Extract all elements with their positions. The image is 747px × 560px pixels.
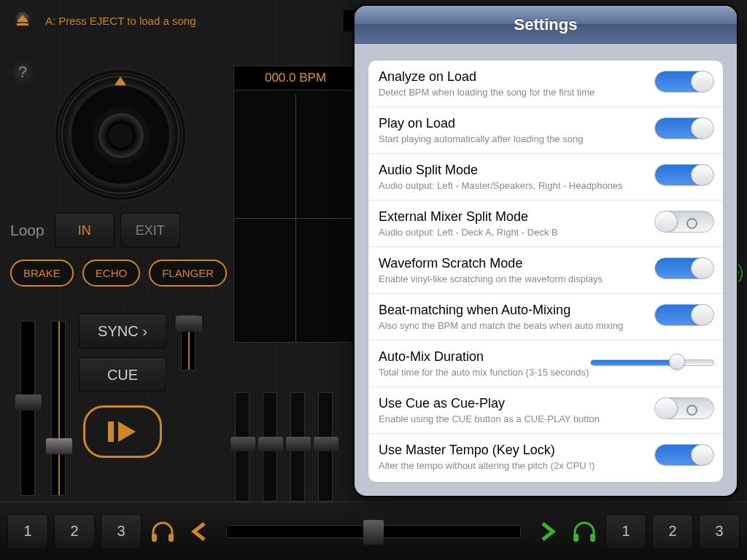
settings-popover: Settings Analyze on LoadDetect BPM when … [355, 6, 737, 496]
settings-list[interactable]: Analyze on LoadDetect BPM when loading t… [368, 60, 724, 483]
settings-slider[interactable] [590, 354, 714, 368]
toggle-switch[interactable] [654, 211, 714, 233]
toggle-switch[interactable] [654, 71, 714, 93]
toggle-switch[interactable] [654, 304, 714, 326]
settings-row: Use Cue as Cue-PlayEnable using the CUE … [368, 387, 723, 434]
settings-row: Beat-matching when Auto-MixingAlso sync … [368, 294, 723, 341]
settings-row-subtitle: Total time for the auto mix function (3-… [379, 367, 713, 378]
toggle-switch[interactable] [654, 164, 714, 186]
toggle-switch[interactable] [654, 444, 714, 466]
settings-row: Analyze on LoadDetect BPM when loading t… [368, 61, 723, 107]
settings-row: Play on LoadStart playing automatically … [368, 107, 723, 154]
settings-row: Auto-Mix DurationTotal time for the auto… [368, 341, 723, 387]
settings-row: External Mixer Split ModeAudio output: L… [368, 201, 723, 247]
settings-row: Audio Split ModeAudio output: Left - Mas… [368, 154, 723, 201]
toggle-switch[interactable] [654, 397, 714, 419]
settings-row: Waveform Scratch ModeEnable vinyl-like s… [368, 247, 723, 294]
toggle-switch[interactable] [654, 117, 714, 139]
toggle-switch[interactable] [654, 257, 714, 279]
settings-row: Use Master Tempo (Key Lock)Alter the tem… [368, 434, 723, 480]
settings-title: Settings [355, 6, 737, 44]
